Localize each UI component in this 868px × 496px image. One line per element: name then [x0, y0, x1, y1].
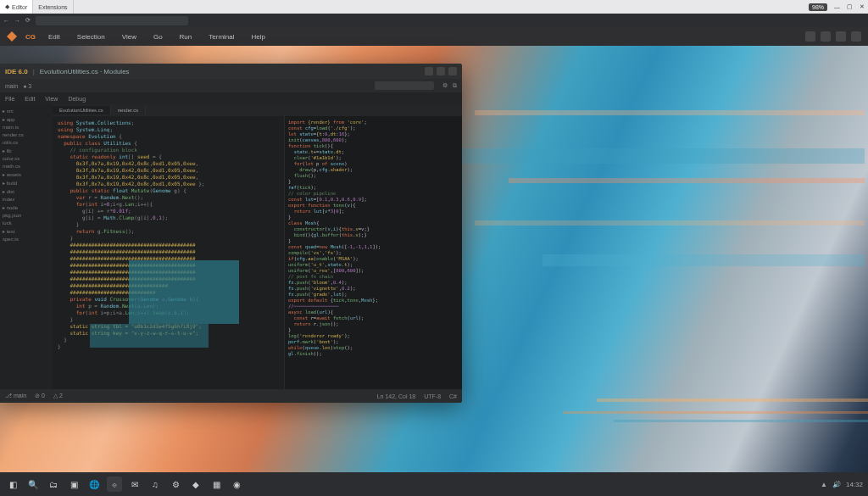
menu-file[interactable]: File: [5, 96, 14, 102]
code-editor-left[interactable]: using System.Collections; using System.L…: [53, 116, 284, 389]
tab-label: Editor: [12, 4, 27, 10]
bg-streak: [563, 411, 868, 414]
window-max-icon[interactable]: [437, 67, 445, 75]
tray-volume-icon[interactable]: 🔊: [832, 481, 841, 488]
mail-icon[interactable]: ✉: [127, 476, 142, 492]
app-icon[interactable]: ◉: [229, 476, 244, 492]
files-icon[interactable]: 🗂: [46, 476, 61, 492]
tree-item[interactable]: main.ts: [3, 125, 50, 130]
browser-tab[interactable]: Extensions: [33, 0, 73, 14]
editor-icon[interactable]: ⟐: [107, 476, 122, 492]
bg-streak: [597, 398, 868, 402]
toolbar-button[interactable]: [805, 31, 815, 42]
gear-icon[interactable]: ⚙: [442, 82, 448, 89]
app-logo-icon: [7, 31, 17, 42]
tree-item[interactable]: ▸ dist: [3, 188, 50, 194]
address-bar[interactable]: [36, 16, 188, 25]
file-tree[interactable]: ▸ src ▸ app main.ts render.cs utils.cs ▸…: [0, 104, 53, 389]
editor-split: EvolutionUtilities.cs render.cs using Sy…: [53, 104, 462, 389]
tab-favicon: ◆: [5, 3, 9, 10]
tree-item[interactable]: ▸ src: [3, 108, 50, 114]
window-close-icon[interactable]: ✕: [856, 3, 868, 10]
menu-view[interactable]: View: [118, 31, 141, 42]
tree-item[interactable]: math.cs: [3, 164, 50, 169]
bg-streak: [542, 254, 865, 266]
tray-network-icon[interactable]: ▲: [821, 481, 827, 488]
ide-brand: IDE 6.0: [5, 68, 28, 75]
menu-run[interactable]: Run: [175, 31, 197, 42]
settings-icon[interactable]: ⚙: [168, 476, 183, 492]
window-close-icon[interactable]: [448, 67, 457, 75]
app-brand: CG: [25, 33, 36, 41]
tray-clock[interactable]: 14:32: [846, 481, 863, 488]
tree-item[interactable]: color.cs: [3, 156, 50, 161]
tree-item[interactable]: ▸ build: [3, 180, 50, 186]
system-tray: ▲ 🔊 14:32: [821, 481, 863, 488]
browser-tab[interactable]: ◆ Editor: [0, 0, 33, 14]
branch-indicator[interactable]: main: [5, 83, 18, 89]
editor-tab[interactable]: render.cs: [111, 106, 147, 114]
bg-streak: [614, 420, 868, 422]
bg-streak: [475, 110, 865, 115]
tree-item[interactable]: utils.cs: [3, 140, 50, 145]
search-input[interactable]: [375, 81, 434, 90]
browser-icon[interactable]: 🌐: [86, 476, 102, 492]
bg-streak: [458, 148, 865, 164]
menu-selection[interactable]: Selection: [73, 31, 109, 42]
editor-tabs: EvolutionUtilities.cs render.cs: [53, 104, 462, 116]
toolbar-button[interactable]: [836, 31, 846, 42]
terminal-icon[interactable]: ▣: [66, 476, 81, 492]
browser-tab-strip: ◆ Editor Extensions 98% — ▢ ✕: [0, 0, 868, 14]
settings-icon[interactable]: [851, 31, 861, 42]
tree-item[interactable]: ▸ lib: [3, 148, 50, 153]
menu-debug[interactable]: Debug: [68, 96, 86, 102]
separator: |: [33, 68, 35, 75]
tree-item[interactable]: ▸ assets: [3, 171, 50, 177]
editor-tab[interactable]: EvolutionUtilities.cs: [53, 106, 111, 114]
back-icon[interactable]: ←: [3, 18, 9, 24]
ide-subbar: main ● 3 ⚙ ⧉: [0, 79, 462, 92]
app-menubar: CG Edit Selection View Go Run Terminal H…: [0, 27, 868, 46]
search-icon[interactable]: 🔍: [25, 476, 41, 492]
toolbar-button[interactable]: [821, 31, 831, 42]
ide-window: IDE 6.0 | EvolutionUtilities.cs · Module…: [0, 64, 462, 403]
tree-item[interactable]: pkg.json: [3, 213, 50, 218]
status-warnings[interactable]: △ 2: [53, 393, 63, 399]
app-icon[interactable]: ◆: [188, 476, 203, 492]
bg-streak: [475, 220, 865, 226]
music-icon[interactable]: ♫: [147, 476, 163, 492]
tree-item[interactable]: lock: [3, 220, 50, 226]
reload-icon[interactable]: ⟳: [25, 17, 31, 24]
forward-icon[interactable]: →: [14, 18, 20, 24]
menu-view[interactable]: View: [45, 96, 58, 102]
window-min-icon[interactable]: [425, 67, 433, 75]
changes-indicator[interactable]: ● 3: [23, 83, 31, 89]
tree-item[interactable]: ▸ app: [3, 116, 50, 122]
tab-label: Extensions: [38, 4, 67, 10]
tree-item[interactable]: ▸ test: [3, 228, 50, 234]
svg-marker-0: [7, 31, 17, 42]
status-language[interactable]: C#: [449, 393, 457, 399]
ide-secondary-menu: File Edit View Debug: [0, 92, 462, 104]
browser-toolbar: ← → ⟳: [0, 14, 868, 27]
status-branch[interactable]: ⎇ main: [5, 393, 26, 399]
split-icon[interactable]: ⧉: [453, 82, 457, 89]
start-icon[interactable]: ◧: [5, 476, 20, 492]
tree-item[interactable]: spec.ts: [3, 237, 50, 242]
menu-edit[interactable]: Edit: [44, 31, 64, 42]
menu-help[interactable]: Help: [248, 31, 270, 42]
menu-terminal[interactable]: Terminal: [204, 31, 238, 42]
status-errors[interactable]: ⊘ 0: [35, 393, 45, 399]
menu-go[interactable]: Go: [149, 31, 167, 42]
status-cursor-pos[interactable]: Ln 142, Col 18: [377, 393, 416, 399]
tree-item[interactable]: ▸ node: [3, 204, 50, 210]
tree-item[interactable]: index: [3, 197, 50, 202]
status-encoding[interactable]: UTF-8: [424, 393, 441, 399]
window-min-icon[interactable]: —: [831, 4, 843, 10]
menu-edit[interactable]: Edit: [25, 96, 35, 102]
tree-item[interactable]: render.cs: [3, 132, 50, 137]
app-icon[interactable]: ▦: [209, 476, 224, 492]
window-max-icon[interactable]: ▢: [843, 3, 856, 10]
ide-titlebar[interactable]: IDE 6.0 | EvolutionUtilities.cs · Module…: [0, 64, 462, 79]
code-editor-right[interactable]: import {render} from 'core'; const cfg=l…: [284, 116, 462, 389]
